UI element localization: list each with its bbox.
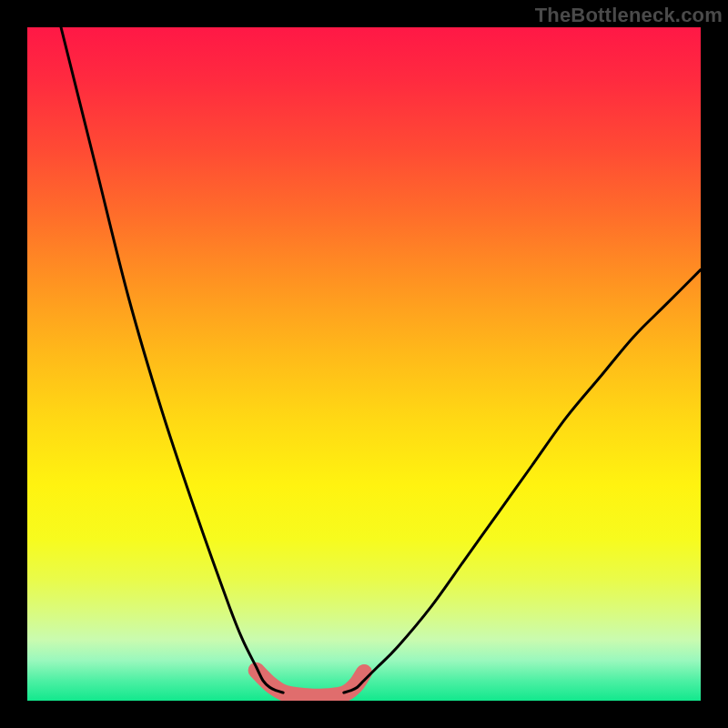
bottleneck-bottom-band [257,671,364,697]
plot-area [27,27,701,701]
bottleneck-right-curve [344,269,701,693]
attribution-text: TheBottleneck.com [535,4,723,27]
bottleneck-left-curve [61,27,283,693]
chart-frame: TheBottleneck.com [0,0,728,728]
curves-layer [27,27,701,701]
